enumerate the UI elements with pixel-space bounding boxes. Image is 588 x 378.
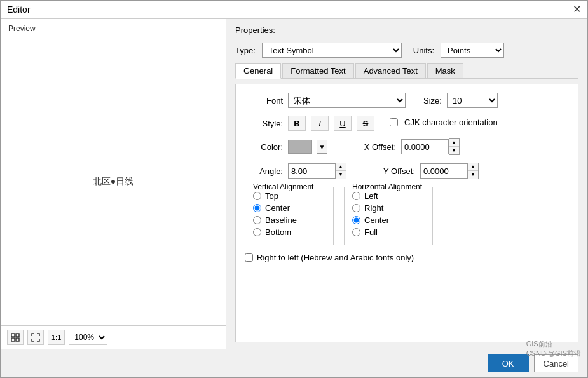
preview-toolbar: 1:1 100% (1, 325, 226, 349)
style-buttons: B I U S CJK character orientation (288, 116, 498, 131)
valign-bottom[interactable]: Bottom (253, 227, 325, 237)
halign-center-radio[interactable] (352, 216, 360, 224)
preview-text: 北区●日线 (93, 176, 133, 187)
italic-button[interactable]: I (311, 116, 329, 131)
valign-center-label: Center (265, 203, 290, 213)
tab-content-general: Font 宋体 Size: 10 Style: B I U (235, 84, 578, 342)
valign-center[interactable]: Center (253, 203, 325, 213)
underline-button[interactable]: U (334, 116, 352, 131)
horizontal-alignment-group: Horizontal Alignment Left Right Center (344, 187, 433, 245)
halign-right-radio[interactable] (352, 204, 360, 212)
tab-mask[interactable]: Mask (427, 63, 463, 78)
color-dropdown-button[interactable]: ▼ (317, 140, 327, 154)
tab-advanced-text[interactable]: Advanced Text (355, 63, 426, 78)
ok-button[interactable]: OK (488, 354, 529, 372)
type-label: Type: (235, 46, 256, 55)
valign-top-label: Top (265, 191, 278, 201)
halign-left-label: Left (364, 191, 378, 201)
font-select[interactable]: 宋体 (288, 93, 406, 108)
angle-yoffset-row: Angle: ▲ ▼ Y Offset: ▲ ▼ (245, 163, 569, 179)
bottom-bar: OK Cancel GIS前沿CSND·@GIS前沿 (1, 349, 587, 377)
halign-right-label: Right (364, 203, 383, 213)
size-label: Size: (423, 96, 442, 105)
units-select[interactable]: Points (441, 43, 504, 58)
x-offset-input: ▲ ▼ (401, 138, 460, 155)
watermark: GIS前沿CSND·@GIS前沿 (526, 339, 581, 358)
halign-full[interactable]: Full (352, 227, 425, 237)
zoom-select[interactable]: 100% (69, 330, 107, 345)
valign-baseline-label: Baseline (265, 215, 297, 225)
y-offset-up[interactable]: ▲ (468, 163, 478, 171)
y-offset-down[interactable]: ▼ (468, 171, 478, 179)
tabs-bar: General Formatted Text Advanced Text Mas… (235, 63, 578, 79)
valign-top-radio[interactable] (253, 192, 261, 200)
halign-full-radio[interactable] (352, 228, 360, 236)
halign-center[interactable]: Center (352, 215, 425, 225)
cjk-label-text: CJK character orientation (404, 118, 498, 127)
style-label: Style: (245, 119, 283, 128)
y-offset-field[interactable] (420, 163, 468, 179)
svg-rect-1 (16, 334, 19, 337)
type-units-row: Type: Text Symbol Units: Points (235, 43, 578, 58)
close-button[interactable]: ✕ (573, 4, 581, 15)
rtl-row: Right to left (Hebrew and Arabic fonts o… (245, 253, 569, 262)
zoom-actual-button[interactable]: 1:1 (48, 330, 65, 345)
svg-rect-0 (11, 334, 15, 337)
bold-button[interactable]: B (288, 116, 306, 131)
zoom-extents-icon (31, 333, 40, 342)
preview-panel: Preview 北区●日线 (1, 19, 226, 349)
font-row: Font 宋体 Size: 10 (245, 93, 569, 108)
angle-up[interactable]: ▲ (336, 163, 346, 171)
valign-baseline-radio[interactable] (253, 216, 261, 224)
x-offset-field[interactable] (401, 139, 449, 154)
properties-panel: Properties: Type: Text Symbol Units: Poi… (226, 19, 587, 349)
rtl-checkbox[interactable] (245, 253, 253, 262)
title-bar: Editor ✕ (1, 1, 587, 19)
units-label: Units: (413, 46, 434, 55)
halign-right[interactable]: Right (352, 203, 425, 213)
style-row: Style: B I U S CJK character orientation (245, 116, 569, 131)
window-title: Editor (7, 4, 31, 15)
size-select[interactable]: 10 (447, 93, 498, 108)
valign-baseline[interactable]: Baseline (253, 215, 325, 225)
properties-label: Properties: (235, 25, 578, 35)
y-offset-input: ▲ ▼ (420, 163, 479, 179)
halign-left-radio[interactable] (352, 192, 360, 200)
strikethrough-button[interactable]: S (357, 116, 374, 131)
zoom-fit-button[interactable] (7, 330, 24, 345)
vertical-alignment-label: Vertical Alignment (250, 182, 316, 191)
color-label: Color: (245, 142, 283, 152)
valign-center-radio[interactable] (253, 204, 261, 212)
alignment-section: Vertical Alignment Top Center Baseline (245, 187, 569, 245)
rtl-label: Right to left (Hebrew and Arabic fonts o… (257, 253, 414, 262)
preview-area: 北区●日线 (1, 38, 226, 325)
x-offset-label: X Offset: (352, 142, 396, 152)
angle-down[interactable]: ▼ (336, 171, 346, 179)
vertical-alignment-group: Vertical Alignment Top Center Baseline (245, 187, 334, 245)
zoom-extents-button[interactable] (27, 330, 44, 345)
font-label: Font (245, 96, 283, 105)
x-offset-spinners: ▲ ▼ (449, 138, 460, 155)
angle-label: Angle: (245, 166, 283, 176)
x-offset-down[interactable]: ▼ (449, 147, 459, 154)
valign-bottom-radio[interactable] (253, 228, 261, 236)
type-select[interactable]: Text Symbol (262, 43, 402, 58)
angle-field[interactable] (288, 163, 336, 179)
color-picker: ▼ (288, 140, 327, 154)
zoom-actual-icon: 1:1 (51, 334, 61, 341)
valign-top[interactable]: Top (253, 191, 325, 201)
angle-input: ▲ ▼ (288, 163, 346, 179)
angle-spinners: ▲ ▼ (336, 163, 346, 179)
halign-left[interactable]: Left (352, 191, 425, 201)
editor-window: Editor ✕ Preview 北区●日线 (0, 0, 588, 378)
color-swatch[interactable] (288, 140, 312, 154)
cjk-checkbox[interactable] (390, 118, 398, 126)
halign-center-label: Center (364, 215, 389, 225)
tab-general[interactable]: General (235, 63, 281, 79)
x-offset-up[interactable]: ▲ (449, 139, 459, 147)
tab-formatted-text[interactable]: Formatted Text (282, 63, 353, 78)
main-content: Preview 北区●日线 (1, 19, 587, 349)
valign-bottom-label: Bottom (265, 227, 291, 237)
cjk-label-container[interactable]: CJK character orientation (390, 118, 498, 127)
svg-rect-3 (16, 338, 19, 341)
